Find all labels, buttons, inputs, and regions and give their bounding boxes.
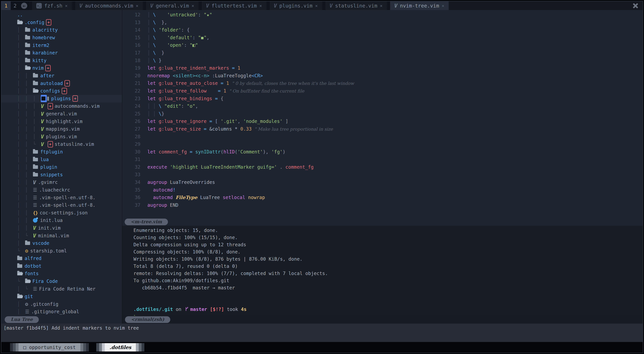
tree-item[interactable]: ││Vinit.vim: [1, 224, 122, 232]
tree-item[interactable]: fonts: [1, 270, 122, 278]
tree-item[interactable]: ││{}coc-settings.json: [1, 209, 122, 217]
tab-close-icon[interactable]: ×: [65, 3, 68, 8]
vim-file-icon: V: [33, 225, 36, 231]
editor-line: 14│ \ 'folder': {: [122, 26, 643, 34]
tree-item[interactable]: │└Vminimal.vim: [1, 232, 122, 239]
line-number: 30: [122, 148, 148, 156]
tab-plugins.vim[interactable]: Vplugins.vim×: [269, 1, 322, 10]
tree-item[interactable]: ││V.gvimrc: [1, 179, 122, 186]
tab-nvim-tree.vim[interactable]: Vnvim-tree.vim×: [390, 1, 449, 10]
tree-item[interactable]: ││snippets: [1, 171, 122, 179]
tree-item[interactable]: │kitty: [1, 57, 122, 64]
tree-item-label: alfred: [24, 256, 42, 261]
tab-close-icon[interactable]: ×: [315, 3, 318, 8]
tree-item[interactable]: │homebrew: [1, 34, 122, 41]
tree-item[interactable]: │vscode: [1, 239, 122, 247]
tab-statusline.vim[interactable]: Vstatusline.vim×: [325, 1, 387, 10]
tree-item[interactable]: ││autoload+: [1, 79, 122, 87]
tree-item[interactable]: │││Vgeneral.vim: [1, 110, 122, 118]
vim-file-icon: V: [41, 126, 44, 132]
tab-close-icon[interactable]: ×: [380, 3, 382, 8]
tree-item-label: dotbot: [24, 263, 42, 269]
tab-close-icon[interactable]: ×: [192, 3, 194, 8]
terminal-line: Total 8 (delta 7), reused 0 (delta 0): [131, 263, 643, 270]
line-number: 22: [122, 87, 148, 95]
tab-close-icon[interactable]: ×: [259, 3, 262, 8]
tmux-window-1[interactable]: 1: [1, 1, 11, 10]
tree-item[interactable]: │⚙.gitconfig: [1, 300, 122, 308]
close-icon[interactable]: [633, 3, 638, 8]
tree-item[interactable]: │iterm2: [1, 41, 122, 49]
folder-open-icon: [17, 295, 22, 298]
tree-item[interactable]: ..: [1, 11, 122, 19]
tree-item[interactable]: │nvim+: [1, 64, 122, 72]
tree-item[interactable]: ││lua: [1, 156, 122, 163]
editor-line: 20nnoremap <silent><c-n> :LuaTreeToggle<…: [122, 72, 643, 80]
tree-item[interactable]: ││ftplugin: [1, 148, 122, 156]
line-number: 17: [122, 49, 148, 57]
tree-item[interactable]: └⚙starship.toml: [1, 247, 122, 255]
tree-item[interactable]: │karabiner: [1, 49, 122, 57]
tmux-window-opportunity_cost[interactable]: □ opportunity_cost: [10, 343, 89, 352]
tree-item[interactable]: │└☰Fira Code Retina Ner: [1, 285, 122, 293]
terminal-line: remote: Resolving deltas: 100% (7/7), co…: [131, 270, 643, 277]
tree-item[interactable]: alfred: [1, 255, 122, 262]
folder-icon: [33, 74, 38, 77]
tree-item[interactable]: ││☰.luacheckrc: [1, 186, 122, 194]
tree-item-label: starship.toml: [30, 248, 67, 254]
tree-item[interactable]: ││☰.vim-spell-en.utf-8.: [1, 194, 122, 201]
tab-autocommands.vim[interactable]: Vautocommands.vim×: [75, 1, 143, 10]
git-dirty-icon: +: [64, 80, 70, 86]
tree-item[interactable]: │││plugins+: [1, 95, 122, 102]
file-tree-sidebar[interactable]: ...config+│alacritty│homebrew│iterm2│kar…: [1, 10, 122, 316]
folder-icon: [33, 173, 38, 176]
tree-item-label: .luacheckrc: [39, 187, 70, 193]
tree-item-label: karabiner: [32, 50, 58, 56]
terminal-pane[interactable]: Enumerating objects: 15, done. Counting …: [122, 226, 643, 316]
tree-item[interactable]: │││V+autocommands.vim: [1, 102, 122, 110]
tree-item[interactable]: dotbot: [1, 262, 122, 270]
tree-item[interactable]: ││☰.vim-spell-en.utf-8.: [1, 201, 122, 209]
tmux-window-dotfiles[interactable]: .dotfiles: [96, 343, 144, 352]
tab-general.vim[interactable]: Vgeneral.vim×: [146, 1, 199, 10]
tree-item[interactable]: │││Vhighlight.vim: [1, 118, 122, 125]
line-number: 24: [122, 102, 148, 110]
tree-item[interactable]: ││after: [1, 72, 122, 80]
line-number: 23: [122, 95, 148, 102]
back-arrow-icon[interactable]: ←: [21, 3, 27, 9]
tab-close-icon[interactable]: ×: [442, 3, 444, 8]
tree-item[interactable]: ││configs+: [1, 87, 122, 95]
terminal-line: [131, 291, 643, 299]
tmux-window-label: □ opportunity_cost: [18, 343, 80, 352]
tree-item[interactable]: ││init.lua: [1, 217, 122, 224]
tree-item-label: autoload: [40, 81, 63, 86]
tab-fluttertest.vim[interactable]: Vfluttertest.vim×: [202, 1, 266, 10]
tree-item[interactable]: │alacritty: [1, 26, 122, 34]
tree-item-label: coc-settings.json: [40, 210, 88, 216]
editor-line: 28: [122, 133, 643, 141]
tree-item-label: minimal.vim: [38, 233, 69, 238]
tab-fzf.sh[interactable]: >_fzf.sh×: [32, 1, 72, 10]
editor-line: 35 autocmd!: [122, 186, 643, 194]
tree-item-label: kitty: [32, 58, 46, 63]
tree-item[interactable]: ││plugin: [1, 163, 122, 171]
tmux-window-2[interactable]: 2: [11, 1, 20, 10]
tree-item[interactable]: └Fira Code: [1, 278, 122, 285]
folder-icon: [25, 43, 30, 47]
vim-icon: V: [79, 3, 82, 9]
tree-item-label: .vim-spell-en.utf-8.: [39, 195, 96, 200]
tree-item[interactable]: .config+: [1, 19, 122, 26]
code-editor[interactable]: 12│ \ 'untracked': "★"13│ \ },14│ \ 'fol…: [122, 10, 643, 218]
right-column: 12│ \ 'untracked': "★"13│ \ },14│ \ 'fol…: [122, 10, 643, 316]
tree-item-label: init.vim: [38, 225, 61, 231]
editor-line: 34augroup LuaTreeOverrides: [122, 179, 643, 186]
tree-item-label: .gitconfig: [30, 301, 58, 307]
tab-close-icon[interactable]: ×: [136, 3, 138, 8]
tree-item[interactable]: │☰.gitignore_global: [1, 308, 122, 316]
tree-item[interactable]: git: [1, 293, 122, 300]
tree-item[interactable]: ││└V+statusline.vim: [1, 140, 122, 148]
tree-item[interactable]: │││Vplugins.vim: [1, 133, 122, 141]
tree-item-label: iterm2: [32, 42, 49, 48]
cursor-folder-icon: [41, 95, 47, 102]
tree-item[interactable]: │││Vmappings.vim: [1, 125, 122, 133]
